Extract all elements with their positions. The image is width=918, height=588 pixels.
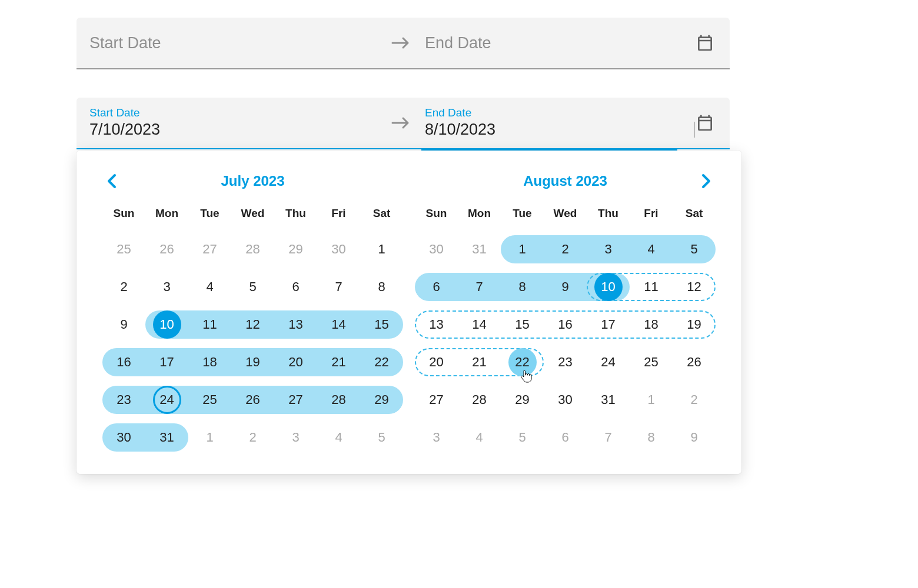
month-title-left[interactable]: July 2023 <box>221 173 284 189</box>
weekday-label: Tue <box>188 207 231 230</box>
calendar-week: 272829303112 <box>415 381 716 419</box>
calendar-day[interactable]: 31 <box>587 386 630 414</box>
calendar-day[interactable]: 25 <box>188 386 231 414</box>
calendar-day[interactable]: 21 <box>317 348 360 376</box>
calendar-day[interactable]: 2 <box>544 235 587 263</box>
calendar-day: 9 <box>673 423 716 452</box>
calendar-day[interactable]: 31 <box>145 423 188 452</box>
calendar-icon[interactable] <box>693 31 717 55</box>
calendar-day[interactable]: 18 <box>188 348 231 376</box>
calendar-day[interactable]: 23 <box>544 348 587 376</box>
calendar-day[interactable]: 27 <box>274 386 317 414</box>
calendar-day[interactable]: 1 <box>501 235 544 263</box>
calendar-day[interactable]: 24 <box>587 348 630 376</box>
calendar-day[interactable]: 24 <box>145 386 188 414</box>
calendar-day[interactable]: 16 <box>102 348 145 376</box>
prev-month-button[interactable] <box>102 172 121 191</box>
calendar-day: 1 <box>188 423 231 452</box>
weekday-label: Mon <box>458 207 501 230</box>
calendar-day[interactable]: 18 <box>630 310 673 339</box>
calendar-day[interactable]: 23 <box>102 386 145 414</box>
weekday-label: Sat <box>673 207 716 230</box>
calendar-day[interactable]: 26 <box>231 386 274 414</box>
calendar-day[interactable]: 6 <box>274 273 317 301</box>
calendar-day[interactable]: 3 <box>145 273 188 301</box>
calendar-week: 6789101112 <box>415 268 716 306</box>
calendar-day[interactable]: 16 <box>544 310 587 339</box>
calendar-day[interactable]: 3 <box>587 235 630 263</box>
calendar-day[interactable]: 9 <box>102 310 145 339</box>
weekday-label: Sat <box>360 207 403 230</box>
calendar-day[interactable]: 7 <box>458 273 501 301</box>
calendar-day: 5 <box>501 423 544 452</box>
month-title-right[interactable]: August 2023 <box>523 173 607 189</box>
calendar-day: 4 <box>317 423 360 452</box>
calendar-day[interactable]: 30 <box>102 423 145 452</box>
weekday-label: Sun <box>102 207 145 230</box>
calendar-day[interactable]: 5 <box>673 235 716 263</box>
calendar-day[interactable]: 4 <box>188 273 231 301</box>
weekday-label: Tue <box>501 207 544 230</box>
calendar-day[interactable]: 20 <box>274 348 317 376</box>
end-date-label: End Date <box>425 107 693 118</box>
end-date-value[interactable]: 8/10/2023 <box>425 121 693 139</box>
calendar-day[interactable]: 19 <box>231 348 274 376</box>
calendar-week: 16171819202122 <box>102 343 403 381</box>
calendar-day[interactable]: 15 <box>501 310 544 339</box>
weekday-header: SunMonTueWedThuFriSat <box>102 207 403 230</box>
calendar-day[interactable]: 26 <box>673 348 716 376</box>
calendar-day[interactable]: 13 <box>274 310 317 339</box>
calendar-day[interactable]: 17 <box>587 310 630 339</box>
calendar-day[interactable]: 9 <box>544 273 587 301</box>
calendar-day[interactable]: 28 <box>317 386 360 414</box>
calendar-day[interactable]: 6 <box>415 273 458 301</box>
calendar-day: 8 <box>630 423 673 452</box>
month-panel-right: August 2023 SunMonTueWedThuFriSat 303112… <box>415 168 716 456</box>
calendar-day[interactable]: 29 <box>360 386 403 414</box>
calendar-icon[interactable] <box>693 111 717 135</box>
weekday-label: Wed <box>231 207 274 230</box>
calendar-day: 30 <box>317 235 360 263</box>
calendar-day: 27 <box>188 235 231 263</box>
calendar-day[interactable]: 22 <box>360 348 403 376</box>
calendar-day[interactable]: 30 <box>544 386 587 414</box>
calendar-day: 28 <box>231 235 274 263</box>
calendar-day: 7 <box>587 423 630 452</box>
calendar-day[interactable]: 21 <box>458 348 501 376</box>
calendar-day[interactable]: 27 <box>415 386 458 414</box>
date-range-field-filled[interactable]: Start Date 7/10/2023 End Date 8/10/2023 <box>76 98 730 149</box>
calendar-day[interactable]: 17 <box>145 348 188 376</box>
calendar-day: 6 <box>544 423 587 452</box>
calendar-day[interactable]: 12 <box>231 310 274 339</box>
calendar-day[interactable]: 11 <box>188 310 231 339</box>
calendar-day[interactable]: 25 <box>630 348 673 376</box>
calendar-day[interactable]: 5 <box>231 273 274 301</box>
next-month-button[interactable] <box>697 172 716 191</box>
calendar-day: 3 <box>415 423 458 452</box>
calendar-week: 23242526272829 <box>102 381 403 419</box>
calendar-day[interactable]: 14 <box>458 310 501 339</box>
calendar-day[interactable]: 28 <box>458 386 501 414</box>
date-range-field-empty[interactable]: Start Date End Date <box>76 18 730 69</box>
calendar-day[interactable]: 20 <box>415 348 458 376</box>
calendar-day[interactable]: 4 <box>630 235 673 263</box>
calendar-day[interactable]: 19 <box>673 310 716 339</box>
calendar-day[interactable]: 10 <box>145 310 188 339</box>
calendar-day: 5 <box>360 423 403 452</box>
calendar-week: 2526272829301 <box>102 230 403 268</box>
calendar-day[interactable]: 11 <box>630 273 673 301</box>
calendar-day[interactable]: 8 <box>501 273 544 301</box>
calendar-day[interactable]: 15 <box>360 310 403 339</box>
calendar-day[interactable]: 14 <box>317 310 360 339</box>
weekday-label: Sun <box>415 207 458 230</box>
start-date-value[interactable]: 7/10/2023 <box>89 121 384 139</box>
calendar-day[interactable]: 8 <box>360 273 403 301</box>
calendar-day[interactable]: 29 <box>501 386 544 414</box>
calendar-day[interactable]: 12 <box>673 273 716 301</box>
calendar-day[interactable]: 10 <box>587 273 630 301</box>
calendar-day[interactable]: 1 <box>360 235 403 263</box>
calendar-day[interactable]: 22 <box>501 348 544 376</box>
calendar-day[interactable]: 2 <box>102 273 145 301</box>
calendar-day[interactable]: 7 <box>317 273 360 301</box>
calendar-day[interactable]: 13 <box>415 310 458 339</box>
